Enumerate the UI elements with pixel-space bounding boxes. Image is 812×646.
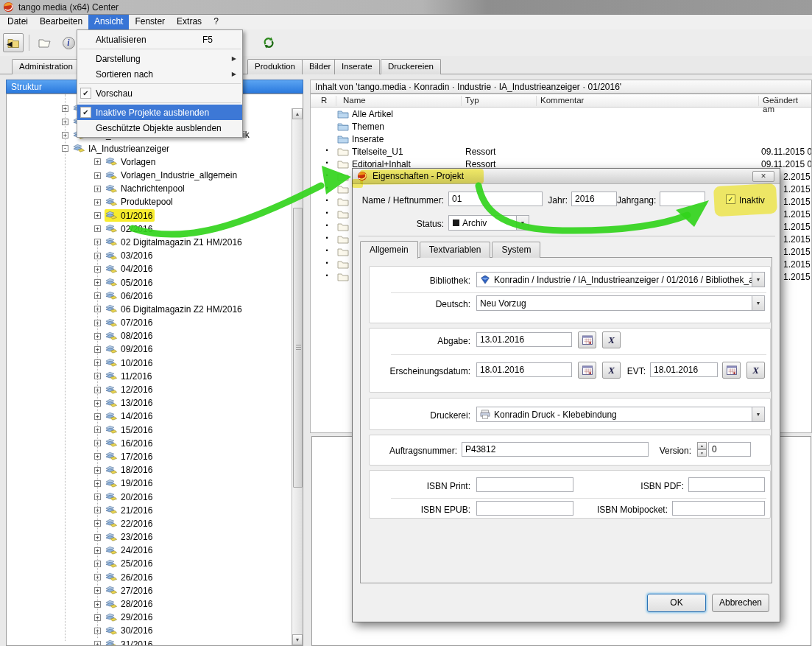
tree-expander[interactable]: + [94,212,101,219]
tree-item-body[interactable]: 14/2016 [105,410,155,423]
tree-expander[interactable]: + [62,132,68,138]
tree-item[interactable]: + 25/2016 [7,557,292,570]
tab-system[interactable]: System [492,242,540,258]
tree-expander[interactable]: + [94,320,101,326]
tree-expander[interactable]: + [94,440,101,446]
evt-calendar-button[interactable] [722,362,741,379]
tree-item-body[interactable]: 15/2016 [105,424,155,436]
tab-textvariablen[interactable]: Textvariablen [420,242,491,258]
tree-item[interactable]: + Vorlagen [7,155,292,169]
navigate-back-button[interactable]: ◀ [3,33,24,52]
chevron-down-icon[interactable]: ▼ [752,407,764,421]
status-dropdown[interactable]: Archiv ▼ [448,215,529,231]
tree-expander[interactable]: + [94,253,101,259]
inaktiv-checkbox[interactable]: ✓ [726,194,735,204]
table-row[interactable]: Themen [311,120,811,133]
tree-item-body[interactable]: 05/2016 [105,276,155,289]
refresh-button[interactable] [258,33,279,52]
menu-item[interactable]: ✔ ▶ [79,102,241,103]
column-header-r[interactable]: R [321,96,327,105]
tree-expander[interactable]: + [94,534,101,541]
tree-item[interactable]: + 17/2016 [7,450,292,463]
chevron-down-icon[interactable]: ▼ [752,273,764,287]
tree-item[interactable]: + 10/2016 [7,357,292,370]
menu-item[interactable]: ✔ Vorschau ▶ [77,85,242,101]
jahrgang-field[interactable] [660,192,705,206]
cancel-button[interactable]: Abbrechen [712,594,769,612]
menubar-item-fenster[interactable]: Fenster [129,15,171,29]
tree-item[interactable]: + 05/2016 [7,275,292,289]
tree-item-body[interactable]: 12/2016 [105,384,155,396]
tree-expander[interactable]: + [94,186,101,192]
tree-item-body[interactable]: 10/2016 [105,357,155,369]
tree-item[interactable]: + 01/2016 [7,209,292,222]
tab-bilder[interactable]: Bilder [302,59,338,74]
chevron-down-icon[interactable]: ▼ [752,296,764,310]
erscheinungsdatum-clear-button[interactable]: X [602,362,621,379]
tree-item-body[interactable]: 08/2016 [105,330,155,343]
tree-item[interactable]: + 08/2016 [7,329,292,343]
tree-item-body[interactable]: 09/2016 [105,343,155,356]
tree-item[interactable]: + 06 Digitalmagazin Z2 HM/2016 [7,303,292,316]
tree-expander[interactable]: + [94,387,101,393]
tree-item[interactable]: + 27/2016 [7,584,292,597]
tree-item-body[interactable]: 21/2016 [105,504,155,516]
tree-item-body[interactable]: 24/2016 [105,544,155,557]
tree-item-body[interactable]: 29/2016 [105,611,155,624]
tree-expander[interactable]: + [94,628,101,634]
tree-item[interactable]: + 02/2016 [7,222,292,236]
column-header-kommentar[interactable]: Kommentar [540,96,584,105]
menu-item[interactable]: ✔ ▶ [79,83,241,84]
menu-item[interactable]: ✔ Geschützte Objekte ausblenden ▶ [77,120,242,136]
tree-item-body[interactable]: 22/2016 [105,517,155,530]
tree-item[interactable]: + 21/2016 [7,504,292,517]
tree-item[interactable]: + 24/2016 [7,544,292,557]
tree-item-body[interactable]: Vorlagen_Industrie_allgemein [105,169,239,182]
tree-expander[interactable]: + [94,359,101,366]
menu-item[interactable]: ✔ Sortieren nach ▶ [77,66,242,82]
tree-expander[interactable]: + [94,292,101,299]
tree-item-body[interactable]: 06/2016 [105,289,155,302]
abgabe-calendar-button[interactable] [578,331,596,348]
tree-expander[interactable]: + [94,413,101,420]
tree-expander[interactable]: + [94,279,101,286]
table-row[interactable]: • Titelseite_U1 Ressort 09.11.2015 0 [311,145,811,158]
scroll-up-icon[interactable]: ▲ [292,108,303,119]
tree-item[interactable]: + 15/2016 [7,424,292,437]
tree-expander[interactable]: + [94,641,101,645]
tree-item[interactable]: + Produktepool [7,195,292,208]
tree-item[interactable]: + 09/2016 [7,343,292,356]
tree-item[interactable]: + 14/2016 [7,410,292,423]
tree-item[interactable]: + 06/2016 [7,289,292,303]
spin-down-icon[interactable]: ▼ [697,449,707,457]
tree-scrollbar[interactable]: ▲ ▼ [292,108,303,645]
tree-item-body[interactable]: IA_Industrieanzeiger [72,142,172,155]
tree-item[interactable]: + 29/2016 [7,611,292,624]
tree-item-body[interactable]: 13/2016 [105,397,155,410]
menubar-item-help[interactable]: ? [208,15,225,29]
tree-item[interactable]: + 12/2016 [7,383,292,396]
tree-expander[interactable]: + [94,507,101,513]
tab-administration[interactable]: Administration [12,59,80,74]
menu-item[interactable]: ✔ Inaktive Projekte ausblenden ▶ [77,105,242,120]
close-icon[interactable]: ✕ [752,171,774,182]
scrollbar-thumb[interactable] [293,208,303,488]
tree-item-body[interactable]: Produktepool [105,196,175,208]
tree-item-body[interactable]: 23/2016 [105,531,155,544]
evt-field[interactable] [650,362,718,377]
version-field[interactable] [708,442,751,457]
tree-item-body[interactable]: 25/2016 [105,558,155,570]
deutsch-dropdown[interactable]: Neu Vorzug ▼ [476,295,765,311]
tree-item[interactable]: + 28/2016 [7,597,292,611]
column-header-typ[interactable]: Typ [465,96,479,105]
tree-expander[interactable]: + [94,225,101,232]
tree-expander[interactable]: + [94,426,101,433]
tree-expander[interactable]: + [94,614,101,621]
jahr-field[interactable] [571,192,617,206]
tree-expander[interactable]: + [94,158,101,165]
ok-button[interactable]: OK [647,594,706,612]
table-row[interactable]: Inserate [311,133,811,145]
name-heftnummer-field[interactable] [448,192,543,206]
tree-item[interactable]: + 26/2016 [7,571,292,584]
tree-item[interactable]: + Vorlagen_Industrie_allgemein [7,169,292,182]
